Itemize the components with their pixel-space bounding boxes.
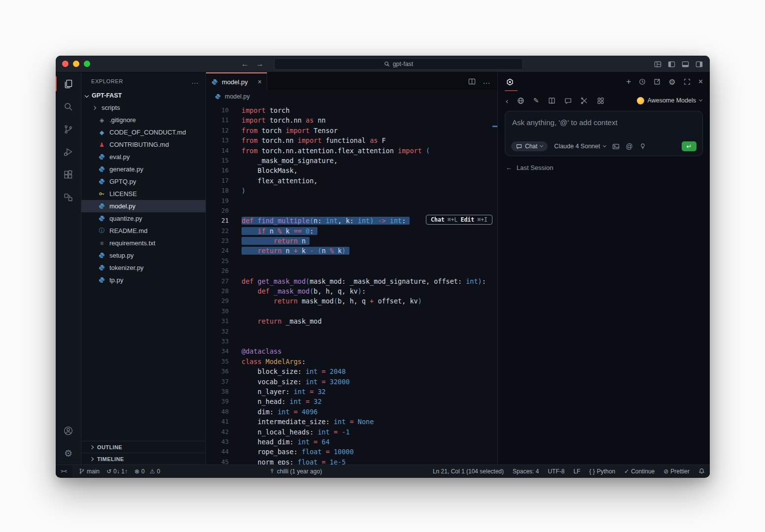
code-line-37[interactable]: 37vocab_size: int = 32000 — [206, 377, 497, 387]
file-row-CONTRIBUTING.md[interactable]: ♟CONTRIBUTING.md — [81, 138, 206, 151]
encoding[interactable]: UTF-8 — [548, 468, 564, 475]
code-line-26[interactable]: 26 — [206, 266, 497, 276]
close-window-button[interactable] — [62, 61, 69, 67]
file-row-quantize.py[interactable]: quantize.py — [81, 212, 206, 225]
line-number[interactable]: 29 — [206, 296, 229, 306]
file-row-.gitignore[interactable]: ◈.gitignore — [81, 114, 206, 126]
explorer-view-icon[interactable] — [56, 72, 81, 95]
extensions-view-icon[interactable] — [56, 163, 81, 186]
branch-indicator[interactable]: main — [79, 468, 100, 475]
close-tab-icon[interactable]: × — [258, 78, 262, 86]
send-button[interactable]: ↵ — [682, 141, 696, 151]
model-menu-dropdown[interactable]: Awesome Models — [637, 97, 702, 104]
history-forward-button[interactable]: → — [256, 60, 264, 68]
code-line-25[interactable]: 25 — [206, 256, 497, 266]
code-line-10[interactable]: 10import torch — [206, 105, 497, 115]
docs-book-icon[interactable] — [548, 97, 556, 104]
code-line-34[interactable]: 34@dataclass — [206, 346, 497, 356]
line-number[interactable]: 11 — [206, 115, 229, 125]
file-row-tokenizer.py[interactable]: tokenizer.py — [81, 262, 206, 274]
chat-action[interactable]: Chat — [431, 216, 445, 223]
code-line-11[interactable]: 11import torch.nn as nn — [206, 115, 497, 125]
mode-selector[interactable]: Chat — [511, 141, 548, 151]
line-number[interactable]: 17 — [206, 176, 229, 186]
file-row-model.py[interactable]: model.py — [81, 200, 206, 212]
agent-globe-icon[interactable] — [517, 97, 524, 104]
editor-more-actions-icon[interactable]: … — [483, 77, 490, 86]
file-row-tp.py[interactable]: tp.py — [81, 274, 206, 286]
file-row-setup.py[interactable]: setup.py — [81, 249, 206, 262]
prettier-status[interactable]: ⊘ Prettier — [663, 468, 690, 475]
fullscreen-icon[interactable] — [684, 78, 691, 85]
panel-back-icon[interactable]: ‹ — [506, 97, 508, 105]
inline-chat-edit-widget[interactable]: Chat ⌘+L Edit ⌘+I — [426, 215, 492, 225]
source-control-view-icon[interactable] — [56, 118, 81, 140]
close-panel-icon[interactable]: × — [698, 77, 703, 86]
problems-indicator[interactable]: ⊗ 0 ⚠ 0 — [135, 468, 160, 475]
line-number[interactable]: 28 — [206, 286, 229, 296]
toggle-secondary-sidebar-icon[interactable] — [695, 61, 703, 68]
chat-input[interactable]: Ask anything, '@' to add context Chat Cl… — [505, 111, 703, 156]
edit-action[interactable]: Edit — [461, 216, 475, 223]
line-number[interactable]: 26 — [206, 266, 229, 276]
language-mode[interactable]: { } Python — [589, 468, 615, 475]
prompt-bulb-icon[interactable] — [639, 143, 646, 150]
code-line-44[interactable]: 44rope_base: float = 10000 — [206, 447, 497, 457]
line-number[interactable]: 32 — [206, 327, 229, 336]
code-line-42[interactable]: 42n_local_heads: int = -1 — [206, 427, 497, 437]
file-row-generate.py[interactable]: generate.py — [81, 163, 206, 175]
code-line-24[interactable]: 24return n + k - (n % k) — [206, 246, 497, 256]
toggle-primary-sidebar-icon[interactable] — [668, 61, 675, 68]
minimize-window-button[interactable] — [73, 61, 79, 67]
code-line-28[interactable]: 28def _mask_mod(b, h, q, kv): — [206, 286, 497, 296]
continue-logo-icon[interactable] — [506, 72, 514, 91]
command-center-search[interactable]: gpt-fast — [274, 58, 523, 70]
line-number[interactable]: 37 — [206, 377, 229, 387]
line-number[interactable]: 24 — [206, 246, 229, 256]
line-number[interactable]: 22 — [206, 226, 229, 236]
line-number[interactable]: 36 — [206, 366, 229, 376]
line-number[interactable]: 43 — [206, 437, 229, 447]
line-number[interactable]: 12 — [206, 126, 229, 135]
indentation[interactable]: Spaces: 4 — [513, 468, 539, 475]
history-back-button[interactable]: ← — [241, 60, 249, 68]
file-row-scripts[interactable]: scripts — [81, 101, 206, 114]
code-line-32[interactable]: 32 — [206, 327, 497, 336]
file-row-README.md[interactable]: ⓘREADME.md — [81, 225, 206, 237]
search-view-icon[interactable] — [56, 95, 81, 118]
code-line-30[interactable]: 30 — [206, 306, 497, 316]
line-number[interactable]: 13 — [206, 135, 229, 145]
code-line-36[interactable]: 36block_size: int = 2048 — [206, 366, 497, 376]
code-line-41[interactable]: 41intermediate_size: int = None — [206, 417, 497, 427]
model-selector[interactable]: Claude 4 Sonnet — [554, 143, 605, 150]
file-row-requirements.txt[interactable]: ≡requirements.txt — [81, 237, 206, 249]
sync-indicator[interactable]: ↺ 0↓ 1↑ — [106, 468, 128, 475]
run-debug-view-icon[interactable] — [56, 140, 81, 163]
code-line-45[interactable]: 45norm_eps: float = 1e-5 — [206, 457, 497, 465]
git-blame-indicator[interactable]: chilli (1 year ago) — [269, 468, 322, 475]
code-line-23[interactable]: 23return n — [206, 236, 497, 246]
explorer-more-actions-icon[interactable]: … — [191, 77, 200, 85]
code-editor[interactable]: 10import torch11import torch.nn as nn12f… — [206, 103, 497, 465]
code-line-35[interactable]: 35class ModelArgs: — [206, 357, 497, 366]
line-number[interactable]: 19 — [206, 196, 229, 206]
code-line-19[interactable]: 19 — [206, 196, 497, 206]
code-line-40[interactable]: 40dim: int = 4096 — [206, 407, 497, 417]
tree-root-gpt-fast[interactable]: GPT-FAST — [81, 90, 206, 101]
accounts-icon[interactable] — [56, 419, 81, 442]
split-editor-icon[interactable] — [468, 78, 476, 85]
tools-icon[interactable] — [581, 97, 588, 104]
cursor-position[interactable]: Ln 21, Col 1 (104 selected) — [433, 468, 504, 475]
chat-bubble-icon[interactable] — [564, 97, 572, 104]
code-line-38[interactable]: 38n_layer: int = 32 — [206, 387, 497, 397]
line-number[interactable]: 21 — [206, 216, 229, 226]
zoom-window-button[interactable] — [84, 61, 90, 67]
blocks-grid-icon[interactable] — [597, 97, 604, 104]
file-row-GPTQ.py[interactable]: GPTQ.py — [81, 175, 206, 188]
file-row-LICENSE[interactable]: LICENSE — [81, 188, 206, 200]
code-line-33[interactable]: 33 — [206, 336, 497, 346]
file-row-eval.py[interactable]: eval.py — [81, 151, 206, 163]
line-number[interactable]: 39 — [206, 397, 229, 406]
remote-indicator[interactable]: >< — [56, 465, 72, 477]
eol-sequence[interactable]: LF — [573, 468, 580, 475]
